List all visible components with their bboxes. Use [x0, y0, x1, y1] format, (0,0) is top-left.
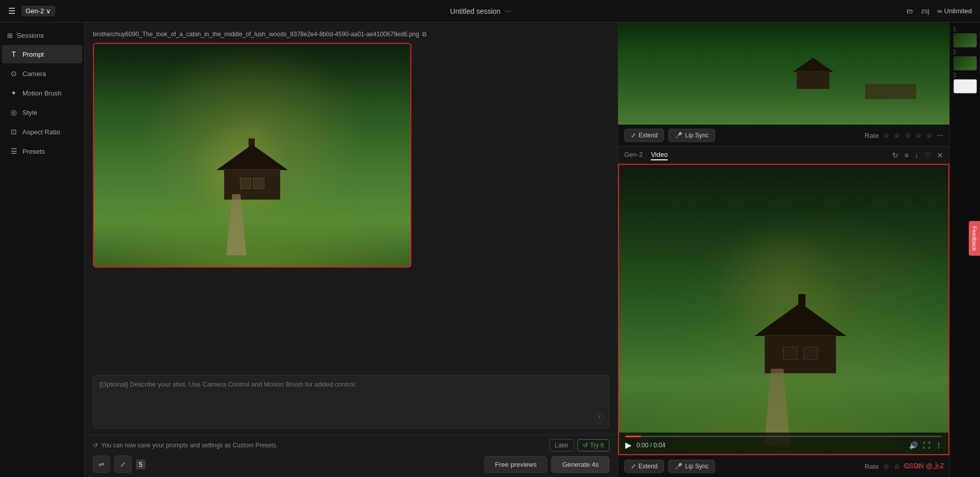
copy-icon[interactable]: ⧉: [422, 31, 427, 38]
extend-label-bottom: Extend: [639, 463, 657, 470]
sidebar-item-label: Style: [22, 109, 37, 116]
thumbnail-3[interactable]: 3: [953, 73, 977, 93]
main-image-container: [93, 43, 411, 268]
play-button[interactable]: ▶: [625, 440, 631, 450]
extend-label-top: Extend: [639, 132, 657, 139]
settings-button[interactable]: ⇌: [93, 456, 110, 473]
video-tab-actions: ↻ ≡ ↓ ♡ ✕: [892, 151, 943, 159]
star-4-top[interactable]: ☆: [915, 131, 922, 139]
star-5-top[interactable]: ☆: [926, 131, 933, 139]
rate-label-top: Rate: [865, 132, 878, 139]
video-tabs: Gen-2 Video: [624, 150, 668, 160]
generate-button[interactable]: Generate 4s: [551, 456, 609, 473]
progress-bar[interactable]: [625, 436, 942, 437]
settings-icon: ⇌: [99, 460, 105, 468]
unlimited-badge: ∞ Unlimited: [938, 7, 972, 15]
center-area: brotherchuy6090_The_look_of_a_cabin_in_t…: [85, 22, 618, 477]
sidebar-item-style[interactable]: ◎ Style: [2, 103, 82, 122]
more-ctrl-icon[interactable]: ⋮: [935, 441, 942, 449]
sidebar-item-presets[interactable]: ☰ Presets: [2, 142, 82, 160]
sessions-label: Sessions: [17, 32, 44, 39]
prompt-textarea[interactable]: [100, 380, 603, 421]
presets-notice: ↺ You can now save your prompts and sett…: [93, 439, 609, 451]
lip-sync-button-top[interactable]: 🎤 Lip Sync: [668, 129, 715, 142]
topbar-left: ☰ Gen-2 ∨: [8, 6, 55, 16]
star-2-bottom[interactable]: ☆: [894, 462, 900, 470]
extend-button-top[interactable]: ⤢ Extend: [624, 129, 664, 142]
brand-badge[interactable]: Gen-2 ∨: [21, 6, 55, 16]
video-bottom-actions: ⤢ Extend 🎤 Lip Sync Rate ☆ ☆ ☆ ☆ ☆ ···: [618, 455, 949, 477]
notice-icon: ↺: [93, 442, 98, 449]
notice-text: You can now save your prompts and settin…: [101, 442, 278, 449]
menu-icon[interactable]: ☰: [8, 6, 15, 16]
num-badge: 5: [136, 460, 145, 469]
main-content: ⊞ Sessions T Prompt ⊙ Camera ✦ Motion Br…: [0, 22, 980, 477]
lip-sync-label-bottom: Lip Sync: [685, 463, 708, 470]
thumb-img-2: [953, 56, 977, 70]
motion-brush-icon: ✦: [9, 89, 18, 97]
refresh-icon[interactable]: ↻: [892, 151, 898, 159]
sidebar-item-motion-brush[interactable]: ✦ Motion Brush: [2, 84, 82, 102]
list-icon[interactable]: ≡: [904, 151, 909, 159]
actions-row: ⇌ ⤢ 5 Free previews Generate 4s: [93, 456, 609, 473]
thumb-forest-2: [954, 57, 976, 70]
extend-icon-top: ⤢: [631, 132, 636, 139]
video-player-container: ▶ 0:00 / 0:04 🔊 ⛶ ⋮: [618, 164, 949, 455]
sidebar-item-label: Aspect Ratio: [22, 128, 60, 136]
scale-button[interactable]: ⤢: [114, 456, 132, 473]
volume-icon[interactable]: 🔊: [909, 441, 918, 449]
thumb-num-2: 2: [953, 50, 977, 55]
extend-lip-row: ⤢ Extend 🎤 Lip Sync: [624, 129, 715, 142]
thumb-img-1: [953, 33, 977, 47]
video-tab-bar: Gen-2 Video ↻ ≡ ↓ ♡ ✕: [618, 147, 949, 164]
thumb-num-1: 1: [953, 27, 977, 32]
user-id: zsj: [921, 7, 929, 15]
thumb-num-3: 3: [953, 73, 977, 78]
right-top-image: [618, 22, 949, 125]
free-previews-button[interactable]: Free previews: [484, 456, 548, 473]
star-1-top[interactable]: ☆: [883, 131, 890, 139]
style-icon: ◎: [9, 108, 18, 116]
try-it-button[interactable]: ↺ Try It: [577, 439, 609, 451]
vc-body: [765, 335, 836, 373]
sidebar-sessions-button[interactable]: ⊞ Sessions: [0, 27, 84, 44]
csdn-watermark: CSDN @上Z: [903, 462, 944, 471]
feedback-button[interactable]: Feedback: [969, 221, 980, 256]
vc-window-right: [803, 347, 818, 360]
star-1-bottom[interactable]: ☆: [883, 462, 890, 470]
sidebar-item-label: Camera: [22, 70, 46, 78]
star-2-top[interactable]: ☆: [894, 131, 900, 139]
right-cabin-body: [797, 71, 829, 89]
thumbnail-1[interactable]: 1: [953, 27, 977, 47]
later-button[interactable]: Later: [549, 439, 574, 451]
lip-sync-button-bottom[interactable]: 🎤 Lip Sync: [668, 460, 715, 473]
scale-icon: ⤢: [120, 460, 126, 468]
fullscreen-icon[interactable]: ⛶: [923, 441, 930, 449]
topbar: ☰ Gen-2 ∨ Untitled session ··· 🗁 zsj ∞ U…: [0, 0, 980, 22]
close-icon[interactable]: ✕: [937, 151, 943, 159]
extend-lip-row-bottom: ⤢ Extend 🎤 Lip Sync: [624, 460, 715, 473]
tab-video[interactable]: Video: [651, 150, 668, 160]
thumbnail-2[interactable]: 2: [953, 50, 977, 70]
lip-sync-icon-top: 🎤: [675, 132, 682, 139]
rate-label-bottom: Rate: [865, 463, 878, 470]
cabin-window-left: [240, 178, 251, 189]
tab-gen2[interactable]: Gen-2: [624, 150, 643, 160]
cabin-shape: [216, 149, 288, 200]
download-icon[interactable]: ↓: [915, 151, 918, 159]
star-3-top[interactable]: ☆: [904, 131, 911, 139]
heart-icon[interactable]: ♡: [924, 151, 931, 159]
sidebar-item-camera[interactable]: ⊙ Camera: [2, 64, 82, 83]
cabin-image: [94, 44, 410, 267]
more-button-top[interactable]: ···: [937, 131, 943, 140]
try-it-label: Try It: [590, 442, 604, 449]
extend-button-bottom[interactable]: ⤢ Extend: [624, 460, 664, 473]
sidebar-item-aspect-ratio[interactable]: ⊡ Aspect Ratio: [2, 123, 82, 141]
sidebar-item-prompt[interactable]: T Prompt: [2, 45, 82, 63]
session-dots-button[interactable]: ···: [505, 7, 511, 16]
lip-sync-icon-bottom: 🎤: [675, 463, 682, 470]
cabin-roof: [216, 145, 288, 170]
topbar-right: 🗁 zsj ∞ Unlimited: [906, 7, 972, 15]
video-cabin: [754, 307, 846, 373]
lip-sync-label-top: Lip Sync: [685, 132, 708, 139]
